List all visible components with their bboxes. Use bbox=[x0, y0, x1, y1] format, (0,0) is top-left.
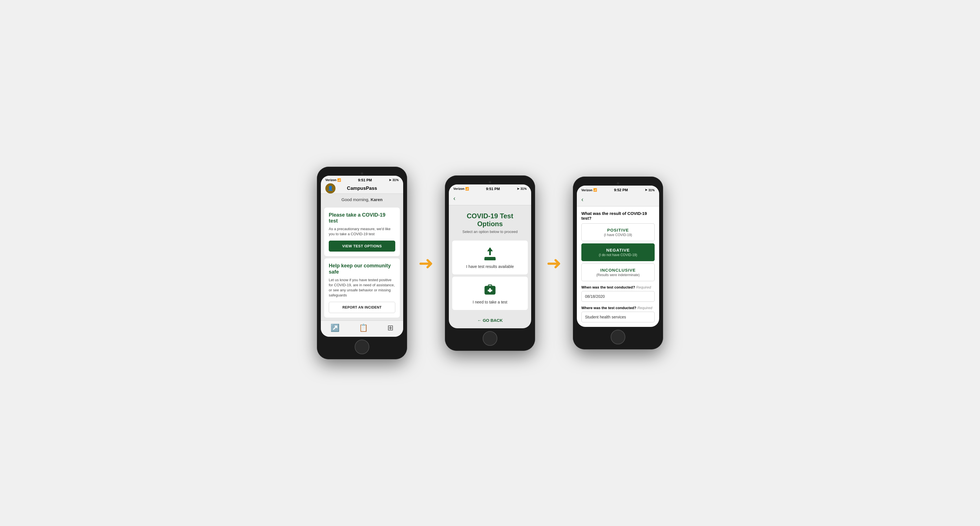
date-label-text: When was the test conducted? bbox=[581, 285, 635, 289]
location-label-text: Where was the test conducted? bbox=[581, 306, 636, 310]
time-1: 9:51 PM bbox=[358, 178, 372, 182]
phone-2: Verizon 📶 9:51 PM ➤ 31% ‹ COVID-19 Test … bbox=[445, 175, 535, 351]
negative-sublabel: (I do not have COVID-19) bbox=[585, 253, 651, 257]
phone-3: Verizon 📶 9:52 PM ➤ 31% ‹ What was the r… bbox=[573, 177, 663, 349]
negative-label: NEGATIVE bbox=[585, 248, 651, 252]
back-button-3[interactable]: ‹ bbox=[577, 193, 659, 206]
location-field[interactable]: Student health services bbox=[581, 312, 655, 322]
go-back-button[interactable]: ← GO BACK bbox=[449, 312, 531, 328]
need-test-label: I need to take a test bbox=[473, 300, 508, 304]
status-bar-3: Verizon 📶 9:52 PM ➤ 31% bbox=[577, 186, 659, 193]
phone-1: Verizon 📶 9:51 PM ➤ 31% 👤 CampusPass Goo… bbox=[317, 167, 407, 360]
grid-tab-icon[interactable]: ⊞ bbox=[387, 324, 394, 332]
community-safe-card: Help keep our community safe Let us know… bbox=[324, 258, 400, 317]
community-safe-desc: Let us know if you have tested positive … bbox=[329, 277, 395, 298]
carrier-1: Verizon bbox=[325, 178, 336, 182]
status-left-3: Verizon 📶 bbox=[581, 188, 597, 192]
carrier-2: Verizon bbox=[453, 187, 465, 190]
wifi-icon-3: 📶 bbox=[593, 188, 597, 192]
avatar-1: 👤 bbox=[325, 183, 336, 193]
covid-test-desc: As a precautionary measure, we'd like yo… bbox=[329, 226, 395, 237]
camera-1 bbox=[361, 172, 363, 175]
screen2-subtitle: Select an option below to proceed bbox=[449, 230, 531, 238]
inconclusive-sublabel: (Results were indeterminate) bbox=[585, 273, 651, 277]
date-required: Required bbox=[636, 285, 651, 289]
covid-test-card: Please take a COVID-19 test As a precaut… bbox=[324, 207, 400, 257]
battery-3: 31% bbox=[648, 188, 655, 192]
arrow-1: ➜ bbox=[418, 253, 434, 274]
location-required: Required bbox=[638, 306, 652, 310]
upload-icon bbox=[483, 247, 497, 261]
date-label: When was the test conducted? Required bbox=[581, 285, 655, 289]
view-test-options-button[interactable]: VIEW TEST OPTIONS bbox=[329, 241, 395, 252]
copy-tab-icon[interactable]: 📋 bbox=[359, 324, 368, 332]
covid-test-title: Please take a COVID-19 test bbox=[329, 212, 395, 224]
inconclusive-option[interactable]: INCONCLUSIVE (Results were indeterminate… bbox=[581, 263, 655, 281]
community-safe-title: Help keep our community safe bbox=[329, 263, 395, 275]
negative-option[interactable]: NEGATIVE (I do not have COVID-19) bbox=[581, 243, 655, 261]
positive-sublabel: (I have COVID-19) bbox=[585, 233, 651, 237]
status-left-2: Verizon 📶 bbox=[453, 187, 469, 191]
battery-1: 31% bbox=[393, 178, 399, 182]
svg-rect-5 bbox=[484, 258, 496, 258]
status-right-2: ➤ 31% bbox=[517, 187, 527, 191]
inconclusive-label: INCONCLUSIVE bbox=[585, 268, 651, 273]
svg-rect-13 bbox=[488, 290, 492, 291]
need-test-option[interactable]: I need to take a test bbox=[452, 277, 528, 310]
arrow-2: ➜ bbox=[546, 253, 562, 274]
test-results-label: I have test results available bbox=[466, 264, 514, 269]
back-button-2[interactable]: ‹ bbox=[449, 192, 531, 205]
nav-header-1: 👤 CampusPass bbox=[321, 183, 403, 194]
tab-bar-1: ↗️ 📋 ⊞ bbox=[321, 320, 403, 337]
screen-2: Verizon 📶 9:51 PM ➤ 31% ‹ COVID-19 Test … bbox=[449, 185, 531, 328]
back-chevron-2: ‹ bbox=[453, 195, 455, 202]
result-question: What was the result of COVID-19 test? bbox=[581, 211, 655, 220]
status-right-3: ➤ 31% bbox=[645, 188, 655, 192]
screen2-title: COVID-19 Test Options bbox=[449, 205, 531, 230]
home-button-1[interactable] bbox=[355, 340, 369, 354]
battery-2: 31% bbox=[520, 187, 527, 190]
report-incident-button[interactable]: REPORT AN INCIDENT bbox=[329, 302, 395, 313]
home-button-2[interactable] bbox=[483, 331, 497, 346]
greeting-1: Good morning, Karen bbox=[321, 194, 403, 205]
status-left-1: Verizon 📶 bbox=[325, 178, 341, 182]
svg-rect-4 bbox=[484, 258, 496, 260]
wifi-icon-2: 📶 bbox=[465, 187, 469, 191]
share-tab-icon[interactable]: ↗️ bbox=[331, 324, 339, 332]
positive-label: POSITIVE bbox=[585, 228, 651, 233]
positive-option[interactable]: POSITIVE (I have COVID-19) bbox=[581, 223, 655, 241]
date-field[interactable]: 08/18/2020 bbox=[581, 291, 655, 302]
svg-marker-1 bbox=[487, 247, 493, 251]
home-button-3[interactable] bbox=[611, 330, 625, 344]
time-2: 9:51 PM bbox=[486, 187, 500, 191]
carrier-3: Verizon bbox=[581, 188, 592, 192]
test-results-option[interactable]: I have test results available bbox=[452, 241, 528, 274]
location-icon-1: ➤ bbox=[389, 178, 391, 182]
medical-icon bbox=[484, 284, 496, 297]
scene: Verizon 📶 9:51 PM ➤ 31% 👤 CampusPass Goo… bbox=[317, 167, 663, 360]
back-chevron-3: ‹ bbox=[581, 196, 583, 203]
screen-1: Verizon 📶 9:51 PM ➤ 31% 👤 CampusPass Goo… bbox=[321, 176, 403, 337]
location-icon-2: ➤ bbox=[517, 187, 519, 191]
screen-3: Verizon 📶 9:52 PM ➤ 31% ‹ What was the r… bbox=[577, 186, 659, 327]
time-3: 9:52 PM bbox=[614, 188, 628, 192]
status-bar-2: Verizon 📶 9:51 PM ➤ 31% bbox=[449, 185, 531, 192]
result-form: What was the result of COVID-19 test? PO… bbox=[577, 206, 659, 327]
wifi-icon-1: 📶 bbox=[337, 178, 341, 182]
camera-2 bbox=[489, 181, 491, 183]
app-title-1: CampusPass bbox=[347, 186, 377, 191]
status-bar-1: Verizon 📶 9:51 PM ➤ 31% bbox=[321, 176, 403, 183]
camera-3 bbox=[617, 182, 619, 185]
greeting-text-1: Good morning, bbox=[341, 197, 371, 202]
location-label: Where was the test conducted? Required bbox=[581, 306, 655, 310]
status-right-1: ➤ 31% bbox=[389, 178, 399, 182]
greeting-name-1: Karen bbox=[371, 197, 383, 202]
location-icon-3: ➤ bbox=[645, 188, 648, 192]
